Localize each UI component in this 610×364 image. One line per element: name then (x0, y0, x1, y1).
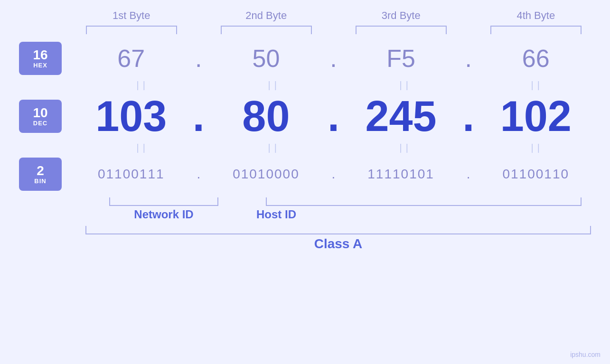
dec-val-4: 102 (481, 95, 591, 138)
dec-badge: 10 DEC (19, 100, 62, 133)
hex-dot-3: . (456, 44, 481, 73)
bracket-top-4 (490, 26, 582, 34)
bin-badge: 2 BIN (19, 158, 62, 191)
bracket-top-3 (356, 26, 447, 34)
watermark: ipshu.com (570, 351, 601, 358)
host-id-label: Host ID (256, 208, 591, 221)
hex-dot-1: . (187, 44, 211, 73)
bin-val-3: 11110101 (346, 167, 456, 182)
hex-row: 16 HEX 67 . 50 . F5 . 66 (19, 42, 591, 75)
dec-val-1: 103 (76, 95, 187, 138)
pipe-cell-1: || (89, 80, 197, 91)
network-id-section: Network ID (100, 197, 228, 221)
class-row: Class A (19, 226, 591, 252)
main-container: 1st Byte 2nd Byte 3rd Byte 4th Byte 16 H… (0, 0, 610, 364)
pipe-cell-2-4: || (483, 142, 591, 153)
byte-col-3: 3rd Byte (346, 9, 456, 34)
byte-col-4: 4th Byte (481, 9, 591, 34)
pipe-row-2: || || || || (19, 140, 591, 155)
dec-dot-2: . (321, 95, 346, 138)
hex-val-1: 67 (76, 44, 187, 73)
pipe-cell-2-1: || (89, 142, 197, 153)
class-section: Class A (85, 226, 591, 252)
dec-base-name: DEC (33, 120, 47, 127)
byte-label-4: 4th Byte (481, 9, 591, 22)
bin-row: 2 BIN 01100111 . 01010000 . 11110101 . 0… (19, 158, 591, 191)
hex-val-3: F5 (346, 44, 456, 73)
bin-dot-2: . (321, 167, 346, 182)
hex-badge: 16 HEX (19, 42, 62, 75)
bin-dot-1: . (187, 167, 211, 182)
class-bracket (85, 226, 591, 234)
byte-label-2: 2nd Byte (211, 9, 321, 22)
dec-dot-1: . (187, 95, 211, 138)
class-label: Class A (85, 236, 591, 252)
dec-val-3: 245 (346, 95, 456, 138)
bin-dot-3: . (456, 167, 481, 182)
bin-base-name: BIN (34, 177, 46, 185)
bin-val-4: 01100110 (481, 167, 591, 182)
pipe-row-1: || || || || (19, 78, 591, 92)
byte-col-1: 1st Byte (76, 9, 187, 34)
pipe-cell-3: || (352, 80, 460, 91)
bin-val-1: 01100111 (76, 167, 187, 182)
dec-val-2: 80 (211, 95, 321, 138)
byte-label-1: 1st Byte (76, 9, 187, 22)
pipe-cell-2-2: || (220, 142, 328, 153)
pipe-cell-4: || (483, 80, 591, 91)
bracket-top-2 (221, 26, 312, 34)
hex-dot-2: . (321, 44, 346, 73)
network-id-label: Network ID (100, 208, 228, 221)
pipe-cell-2-3: || (352, 142, 460, 153)
byte-col-2: 2nd Byte (211, 9, 321, 34)
bracket-top-1 (86, 26, 177, 34)
byte-headers-row: 1st Byte 2nd Byte 3rd Byte 4th Byte (19, 9, 591, 34)
host-id-section: Host ID (256, 197, 591, 221)
byte-label-3: 3rd Byte (346, 9, 456, 22)
hex-val-4: 66 (481, 44, 591, 73)
bin-base-number: 2 (37, 164, 44, 177)
dec-dot-3: . (456, 95, 481, 138)
hex-base-number: 16 (33, 48, 47, 62)
bin-val-2: 01010000 (211, 167, 321, 182)
network-id-bracket (109, 197, 218, 206)
pipe-cell-2: || (220, 80, 328, 91)
host-id-bracket (266, 197, 582, 206)
hex-val-2: 50 (211, 44, 321, 73)
dec-row: 10 DEC 103 . 80 . 245 . 102 (19, 95, 591, 138)
id-label-row: Network ID Host ID (19, 197, 591, 221)
dec-base-number: 10 (33, 106, 47, 120)
hex-base-name: HEX (33, 62, 47, 69)
